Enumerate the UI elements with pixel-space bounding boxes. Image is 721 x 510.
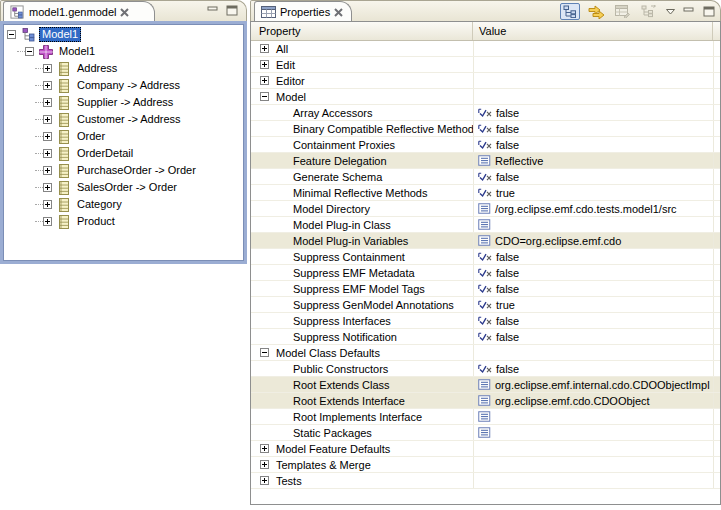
- property-value-cell[interactable]: [473, 57, 713, 72]
- property-value-cell[interactable]: false: [473, 281, 713, 296]
- property-row-model-plug-in-variables[interactable]: Model Plug-in Variables CDO=org.eclipse.…: [251, 233, 720, 249]
- property-value-cell[interactable]: false: [473, 121, 713, 136]
- property-row-suppress-emf-model-tags[interactable]: Suppress EMF Model Tags false: [251, 281, 720, 297]
- property-value-cell[interactable]: [473, 473, 713, 488]
- tree-item-model1[interactable]: Model1: [3, 43, 244, 60]
- tree-item-company-address[interactable]: Company -> Address: [3, 77, 244, 94]
- property-value-cell[interactable]: [473, 457, 713, 472]
- tree-item-purchaseorder-order[interactable]: PurchaseOrder -> Order: [3, 162, 244, 179]
- minimize-icon[interactable]: [207, 6, 219, 16]
- close-icon[interactable]: [334, 8, 343, 17]
- tab-model1-genmodel[interactable]: model1.genmodel: [3, 1, 155, 22]
- expand-icon[interactable]: [43, 217, 52, 226]
- property-category-edit[interactable]: Edit: [251, 57, 720, 73]
- property-category-model-feature-defaults[interactable]: Model Feature Defaults: [251, 441, 720, 457]
- property-value-cell[interactable]: [473, 345, 713, 360]
- expand-icon[interactable]: [260, 76, 269, 85]
- property-value-cell[interactable]: org.eclipse.emf.cdo.CDOObject: [473, 393, 713, 408]
- property-category-model-class-defaults[interactable]: Model Class Defaults: [251, 345, 720, 361]
- property-row-root-extends-class[interactable]: Root Extends Class org.eclipse.emf.inter…: [251, 377, 720, 393]
- property-row-generate-schema[interactable]: Generate Schema false: [251, 169, 720, 185]
- property-row-suppress-containment[interactable]: Suppress Containment false: [251, 249, 720, 265]
- property-value-cell[interactable]: [473, 441, 713, 456]
- minimize-icon[interactable]: [682, 3, 696, 20]
- tree-item-model1-root[interactable]: Model1: [3, 26, 244, 43]
- property-value-cell[interactable]: true: [473, 297, 713, 312]
- expand-icon[interactable]: [260, 460, 269, 469]
- property-category-all[interactable]: All: [251, 41, 720, 57]
- property-row-array-accessors[interactable]: Array Accessors false: [251, 105, 720, 121]
- property-value-cell[interactable]: [473, 217, 713, 232]
- expand-icon[interactable]: [260, 476, 269, 485]
- tree-item-customer-address[interactable]: Customer -> Address: [3, 111, 244, 128]
- show-categories-button[interactable]: [560, 3, 580, 20]
- property-value-cell[interactable]: false: [473, 137, 713, 152]
- tree-item-salesorder-order[interactable]: SalesOrder -> Order: [3, 179, 244, 196]
- tree-item-order[interactable]: Order: [3, 128, 244, 145]
- collapse-icon[interactable]: [25, 47, 34, 56]
- property-row-model-plug-in-class[interactable]: Model Plug-in Class: [251, 217, 720, 233]
- property-row-suppress-genmodel-annotations[interactable]: Suppress GenModel Annotations true: [251, 297, 720, 313]
- property-value-cell[interactable]: false: [473, 169, 713, 184]
- maximize-icon[interactable]: [226, 5, 238, 16]
- expand-icon[interactable]: [260, 44, 269, 53]
- expand-icon[interactable]: [43, 166, 52, 175]
- tree-item-address[interactable]: Address: [3, 60, 244, 77]
- property-value-cell[interactable]: [473, 41, 713, 56]
- property-row-minimal-reflective-methods[interactable]: Minimal Reflective Methods true: [251, 185, 720, 201]
- property-row-public-constructors[interactable]: Public Constructors false: [251, 361, 720, 377]
- collapse-icon[interactable]: [7, 30, 16, 39]
- property-value-cell[interactable]: true: [473, 185, 713, 200]
- property-row-containment-proxies[interactable]: Containment Proxies false: [251, 137, 720, 153]
- tree-item-category[interactable]: Category: [3, 196, 244, 213]
- property-value-cell[interactable]: CDO=org.eclipse.emf.cdo: [473, 233, 713, 248]
- property-value-cell[interactable]: org.eclipse.emf.internal.cdo.CDOObjectIm…: [473, 377, 713, 392]
- property-value-cell[interactable]: [473, 425, 713, 440]
- pin-to-selection-button-disabled[interactable]: [638, 3, 658, 20]
- collapse-icon[interactable]: [260, 348, 269, 357]
- show-advanced-properties-button[interactable]: [586, 3, 606, 20]
- tree-item-supplier-address[interactable]: Supplier -> Address: [3, 94, 244, 111]
- property-value-cell[interactable]: false: [473, 249, 713, 264]
- property-value-cell[interactable]: /org.eclipse.emf.cdo.tests.model1/src: [473, 201, 713, 216]
- property-category-templates-merge[interactable]: Templates & Merge: [251, 457, 720, 473]
- property-row-root-extends-interface[interactable]: Root Extends Interface org.eclipse.emf.c…: [251, 393, 720, 409]
- expand-icon[interactable]: [43, 183, 52, 192]
- property-value-cell[interactable]: false: [473, 329, 713, 344]
- tree-item-orderdetail[interactable]: OrderDetail: [3, 145, 244, 162]
- property-row-suppress-notification[interactable]: Suppress Notification false: [251, 329, 720, 345]
- property-row-root-implements-interface[interactable]: Root Implements Interface: [251, 409, 720, 425]
- expand-icon[interactable]: [260, 60, 269, 69]
- property-value-cell[interactable]: [473, 89, 713, 104]
- property-row-static-packages[interactable]: Static Packages: [251, 425, 720, 441]
- property-row-suppress-interfaces[interactable]: Suppress Interfaces false: [251, 313, 720, 329]
- expand-icon[interactable]: [43, 98, 52, 107]
- expand-icon[interactable]: [43, 64, 52, 73]
- maximize-icon[interactable]: [702, 3, 716, 20]
- expand-icon[interactable]: [43, 132, 52, 141]
- property-value-cell[interactable]: false: [473, 265, 713, 280]
- expand-icon[interactable]: [260, 444, 269, 453]
- property-value-cell[interactable]: false: [473, 105, 713, 120]
- property-category-editor[interactable]: Editor: [251, 73, 720, 89]
- tree-item-product[interactable]: Product: [3, 213, 244, 230]
- expand-icon[interactable]: [43, 200, 52, 209]
- expand-icon[interactable]: [43, 115, 52, 124]
- property-value-cell[interactable]: Reflective: [473, 153, 713, 168]
- expand-icon[interactable]: [43, 149, 52, 158]
- property-row-feature-delegation[interactable]: Feature Delegation Reflective: [251, 153, 720, 169]
- property-value-cell[interactable]: [473, 73, 713, 88]
- property-value-cell[interactable]: [473, 409, 713, 424]
- property-value-cell[interactable]: false: [473, 361, 713, 376]
- view-menu-icon[interactable]: [664, 3, 676, 20]
- property-category-model[interactable]: Model: [251, 89, 720, 105]
- property-value-cell[interactable]: false: [473, 313, 713, 328]
- property-row-binary-compatible-reflective-methods[interactable]: Binary Compatible Reflective Methods fal…: [251, 121, 720, 137]
- property-category-tests[interactable]: Tests: [251, 473, 720, 489]
- close-icon[interactable]: [120, 8, 129, 17]
- property-row-suppress-emf-metadata[interactable]: Suppress EMF Metadata false: [251, 265, 720, 281]
- expand-icon[interactable]: [43, 81, 52, 90]
- property-row-model-directory[interactable]: Model Directory /org.eclipse.emf.cdo.tes…: [251, 201, 720, 217]
- collapse-icon[interactable]: [260, 92, 269, 101]
- restore-default-value-button-disabled[interactable]: [612, 3, 632, 20]
